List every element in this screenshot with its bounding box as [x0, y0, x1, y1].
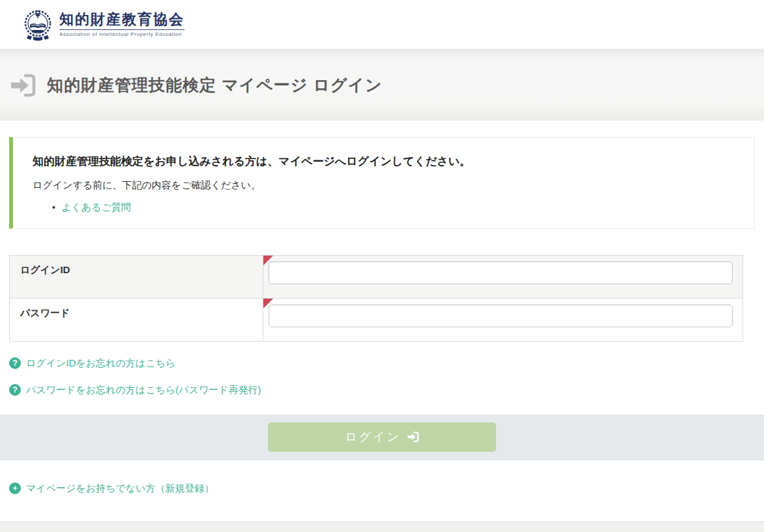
org-logo[interactable]: 知的財産教育協会 Association of Intellectual Pro… — [23, 8, 184, 42]
plus-circle-icon: + — [9, 482, 21, 494]
forgot-id-row: ? ログインIDをお忘れの方はこちら — [9, 357, 755, 370]
notice-subtext: ログインする前に、下記の内容をご確認ください。 — [33, 179, 735, 192]
page-title-band: 知的財産管理技能検定 マイページ ログイン — [0, 49, 764, 121]
login-button[interactable]: ログイン — [268, 422, 496, 452]
login-id-label: ログインID — [10, 255, 263, 298]
forgot-password-row: ? パスワードをお忘れの方はこちら(パスワード再発行) — [9, 384, 755, 396]
login-button-label: ログイン — [345, 429, 401, 445]
password-label: パスワード — [10, 298, 263, 341]
question-circle-icon: ? — [9, 384, 21, 396]
notice-box: 知的財産管理技能検定をお申し込みされる方は、マイページへログインしてください。 … — [9, 137, 755, 229]
password-cell — [263, 298, 743, 341]
notice-heading: 知的財産管理技能検定をお申し込みされる方は、マイページへログインしてください。 — [33, 154, 735, 169]
register-row: + マイページをお持ちでない方（新規登録） — [9, 482, 755, 495]
table-row: ログインID — [10, 255, 743, 298]
question-circle-icon: ? — [9, 357, 21, 369]
page-title: 知的財産管理技能検定 マイページ ログイン — [47, 74, 383, 96]
forgot-id-link[interactable]: ログインIDをお忘れの方はこちら — [26, 357, 175, 370]
org-emblem-icon — [23, 8, 53, 42]
footer-band — [0, 522, 764, 532]
required-marker-icon — [263, 256, 273, 265]
org-name-english: Association of Intellectual Property Edu… — [59, 31, 184, 37]
notice-link-list: •よくあるご質問 — [52, 200, 735, 215]
faq-link[interactable]: よくあるご質問 — [61, 201, 131, 213]
top-bar: 知的財産教育協会 Association of Intellectual Pro… — [0, 0, 764, 49]
help-links: ? ログインIDをお忘れの方はこちら ? パスワードをお忘れの方はこちら(パスワ… — [9, 357, 755, 396]
login-id-input[interactable] — [269, 261, 733, 284]
main-content: 知的財産管理技能検定をお申し込みされる方は、マイページへログインしてください。 … — [0, 121, 764, 522]
login-form-table: ログインID パスワード — [9, 255, 743, 342]
required-marker-icon — [263, 299, 273, 308]
register-link[interactable]: マイページをお持ちでない方（新規登録） — [26, 482, 214, 495]
bullet-icon: • — [52, 202, 55, 213]
list-item: •よくあるご質問 — [52, 200, 735, 215]
org-name: 知的財産教育協会 — [59, 12, 184, 30]
password-input[interactable] — [269, 304, 733, 327]
signin-arrow-icon — [9, 72, 37, 98]
table-row: パスワード — [10, 298, 743, 341]
signin-arrow-icon — [407, 431, 419, 443]
org-logo-text: 知的財産教育協会 Association of Intellectual Pro… — [59, 12, 184, 37]
forgot-password-link[interactable]: パスワードをお忘れの方はこちら(パスワード再発行) — [26, 384, 261, 396]
login-button-band: ログイン — [0, 415, 764, 460]
login-page: 知的財産教育協会 Association of Intellectual Pro… — [0, 0, 764, 532]
login-id-cell — [263, 255, 743, 298]
